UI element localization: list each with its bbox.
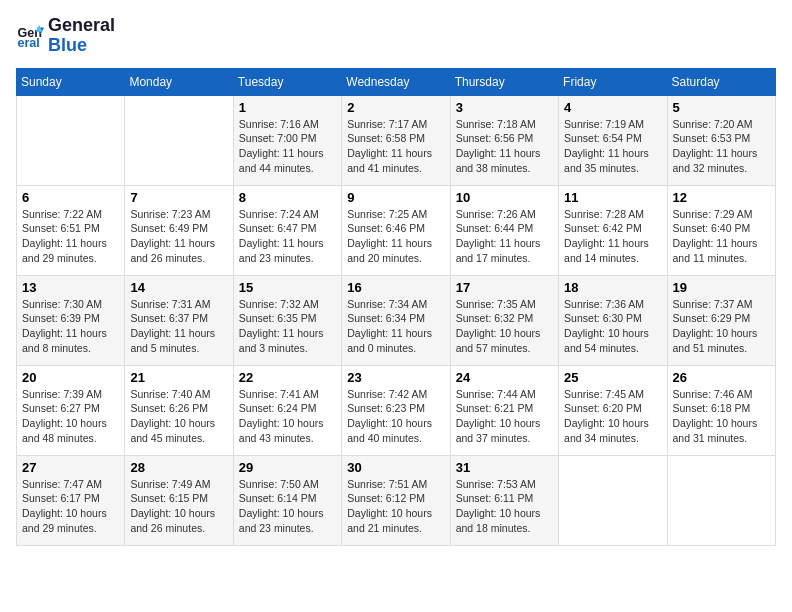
weekday-header-sunday: Sunday — [17, 68, 125, 95]
calendar-cell: 9Sunrise: 7:25 AMSunset: 6:46 PMDaylight… — [342, 185, 450, 275]
day-info: Sunrise: 7:32 AMSunset: 6:35 PMDaylight:… — [239, 297, 336, 356]
day-info: Sunrise: 7:49 AMSunset: 6:15 PMDaylight:… — [130, 477, 227, 536]
day-number: 15 — [239, 280, 336, 295]
day-info: Sunrise: 7:44 AMSunset: 6:21 PMDaylight:… — [456, 387, 553, 446]
day-info: Sunrise: 7:23 AMSunset: 6:49 PMDaylight:… — [130, 207, 227, 266]
day-number: 9 — [347, 190, 444, 205]
day-info: Sunrise: 7:47 AMSunset: 6:17 PMDaylight:… — [22, 477, 119, 536]
calendar-cell: 4Sunrise: 7:19 AMSunset: 6:54 PMDaylight… — [559, 95, 667, 185]
calendar-cell: 19Sunrise: 7:37 AMSunset: 6:29 PMDayligh… — [667, 275, 775, 365]
day-info: Sunrise: 7:19 AMSunset: 6:54 PMDaylight:… — [564, 117, 661, 176]
day-number: 13 — [22, 280, 119, 295]
calendar-cell: 6Sunrise: 7:22 AMSunset: 6:51 PMDaylight… — [17, 185, 125, 275]
day-number: 27 — [22, 460, 119, 475]
day-number: 20 — [22, 370, 119, 385]
day-info: Sunrise: 7:53 AMSunset: 6:11 PMDaylight:… — [456, 477, 553, 536]
day-number: 2 — [347, 100, 444, 115]
calendar-table: SundayMondayTuesdayWednesdayThursdayFrid… — [16, 68, 776, 546]
calendar-cell — [559, 455, 667, 545]
calendar-cell — [667, 455, 775, 545]
day-info: Sunrise: 7:51 AMSunset: 6:12 PMDaylight:… — [347, 477, 444, 536]
calendar-cell: 13Sunrise: 7:30 AMSunset: 6:39 PMDayligh… — [17, 275, 125, 365]
day-number: 5 — [673, 100, 770, 115]
calendar-cell: 18Sunrise: 7:36 AMSunset: 6:30 PMDayligh… — [559, 275, 667, 365]
calendar-cell: 24Sunrise: 7:44 AMSunset: 6:21 PMDayligh… — [450, 365, 558, 455]
day-number: 18 — [564, 280, 661, 295]
day-info: Sunrise: 7:17 AMSunset: 6:58 PMDaylight:… — [347, 117, 444, 176]
day-info: Sunrise: 7:16 AMSunset: 7:00 PMDaylight:… — [239, 117, 336, 176]
day-number: 22 — [239, 370, 336, 385]
day-info: Sunrise: 7:30 AMSunset: 6:39 PMDaylight:… — [22, 297, 119, 356]
day-info: Sunrise: 7:40 AMSunset: 6:26 PMDaylight:… — [130, 387, 227, 446]
day-number: 4 — [564, 100, 661, 115]
weekday-header-saturday: Saturday — [667, 68, 775, 95]
calendar-cell: 12Sunrise: 7:29 AMSunset: 6:40 PMDayligh… — [667, 185, 775, 275]
day-number: 16 — [347, 280, 444, 295]
day-number: 31 — [456, 460, 553, 475]
day-info: Sunrise: 7:28 AMSunset: 6:42 PMDaylight:… — [564, 207, 661, 266]
calendar-cell: 25Sunrise: 7:45 AMSunset: 6:20 PMDayligh… — [559, 365, 667, 455]
calendar-cell: 15Sunrise: 7:32 AMSunset: 6:35 PMDayligh… — [233, 275, 341, 365]
day-info: Sunrise: 7:45 AMSunset: 6:20 PMDaylight:… — [564, 387, 661, 446]
day-number: 28 — [130, 460, 227, 475]
day-info: Sunrise: 7:25 AMSunset: 6:46 PMDaylight:… — [347, 207, 444, 266]
day-info: Sunrise: 7:31 AMSunset: 6:37 PMDaylight:… — [130, 297, 227, 356]
svg-text:eral: eral — [17, 36, 39, 50]
calendar-week-5: 27Sunrise: 7:47 AMSunset: 6:17 PMDayligh… — [17, 455, 776, 545]
calendar-cell: 8Sunrise: 7:24 AMSunset: 6:47 PMDaylight… — [233, 185, 341, 275]
calendar-cell: 5Sunrise: 7:20 AMSunset: 6:53 PMDaylight… — [667, 95, 775, 185]
calendar-cell: 11Sunrise: 7:28 AMSunset: 6:42 PMDayligh… — [559, 185, 667, 275]
calendar-week-4: 20Sunrise: 7:39 AMSunset: 6:27 PMDayligh… — [17, 365, 776, 455]
calendar-cell: 17Sunrise: 7:35 AMSunset: 6:32 PMDayligh… — [450, 275, 558, 365]
calendar-week-1: 1Sunrise: 7:16 AMSunset: 7:00 PMDaylight… — [17, 95, 776, 185]
calendar-week-3: 13Sunrise: 7:30 AMSunset: 6:39 PMDayligh… — [17, 275, 776, 365]
day-info: Sunrise: 7:39 AMSunset: 6:27 PMDaylight:… — [22, 387, 119, 446]
day-number: 11 — [564, 190, 661, 205]
weekday-header-friday: Friday — [559, 68, 667, 95]
day-info: Sunrise: 7:26 AMSunset: 6:44 PMDaylight:… — [456, 207, 553, 266]
day-info: Sunrise: 7:37 AMSunset: 6:29 PMDaylight:… — [673, 297, 770, 356]
calendar-cell: 1Sunrise: 7:16 AMSunset: 7:00 PMDaylight… — [233, 95, 341, 185]
day-number: 19 — [673, 280, 770, 295]
day-number: 24 — [456, 370, 553, 385]
calendar-cell: 3Sunrise: 7:18 AMSunset: 6:56 PMDaylight… — [450, 95, 558, 185]
day-number: 21 — [130, 370, 227, 385]
day-number: 7 — [130, 190, 227, 205]
weekday-header-thursday: Thursday — [450, 68, 558, 95]
day-number: 8 — [239, 190, 336, 205]
calendar-cell: 22Sunrise: 7:41 AMSunset: 6:24 PMDayligh… — [233, 365, 341, 455]
logo-icon: Gen eral — [16, 22, 44, 50]
calendar-cell — [17, 95, 125, 185]
weekday-header-wednesday: Wednesday — [342, 68, 450, 95]
day-info: Sunrise: 7:50 AMSunset: 6:14 PMDaylight:… — [239, 477, 336, 536]
calendar-cell: 28Sunrise: 7:49 AMSunset: 6:15 PMDayligh… — [125, 455, 233, 545]
day-number: 25 — [564, 370, 661, 385]
calendar-week-2: 6Sunrise: 7:22 AMSunset: 6:51 PMDaylight… — [17, 185, 776, 275]
calendar-cell: 29Sunrise: 7:50 AMSunset: 6:14 PMDayligh… — [233, 455, 341, 545]
day-number: 6 — [22, 190, 119, 205]
day-number: 29 — [239, 460, 336, 475]
calendar-cell: 27Sunrise: 7:47 AMSunset: 6:17 PMDayligh… — [17, 455, 125, 545]
logo-text: General Blue — [48, 16, 115, 56]
calendar-cell: 31Sunrise: 7:53 AMSunset: 6:11 PMDayligh… — [450, 455, 558, 545]
page-header: Gen eral General Blue — [16, 16, 776, 56]
day-info: Sunrise: 7:24 AMSunset: 6:47 PMDaylight:… — [239, 207, 336, 266]
calendar-cell: 20Sunrise: 7:39 AMSunset: 6:27 PMDayligh… — [17, 365, 125, 455]
day-info: Sunrise: 7:42 AMSunset: 6:23 PMDaylight:… — [347, 387, 444, 446]
calendar-cell: 26Sunrise: 7:46 AMSunset: 6:18 PMDayligh… — [667, 365, 775, 455]
day-number: 10 — [456, 190, 553, 205]
weekday-header-row: SundayMondayTuesdayWednesdayThursdayFrid… — [17, 68, 776, 95]
logo: Gen eral General Blue — [16, 16, 115, 56]
calendar-cell: 21Sunrise: 7:40 AMSunset: 6:26 PMDayligh… — [125, 365, 233, 455]
calendar-cell: 23Sunrise: 7:42 AMSunset: 6:23 PMDayligh… — [342, 365, 450, 455]
calendar-cell — [125, 95, 233, 185]
calendar-cell: 30Sunrise: 7:51 AMSunset: 6:12 PMDayligh… — [342, 455, 450, 545]
day-info: Sunrise: 7:41 AMSunset: 6:24 PMDaylight:… — [239, 387, 336, 446]
day-info: Sunrise: 7:20 AMSunset: 6:53 PMDaylight:… — [673, 117, 770, 176]
day-info: Sunrise: 7:18 AMSunset: 6:56 PMDaylight:… — [456, 117, 553, 176]
calendar-cell: 7Sunrise: 7:23 AMSunset: 6:49 PMDaylight… — [125, 185, 233, 275]
calendar-cell: 2Sunrise: 7:17 AMSunset: 6:58 PMDaylight… — [342, 95, 450, 185]
day-number: 17 — [456, 280, 553, 295]
day-info: Sunrise: 7:36 AMSunset: 6:30 PMDaylight:… — [564, 297, 661, 356]
calendar-cell: 10Sunrise: 7:26 AMSunset: 6:44 PMDayligh… — [450, 185, 558, 275]
